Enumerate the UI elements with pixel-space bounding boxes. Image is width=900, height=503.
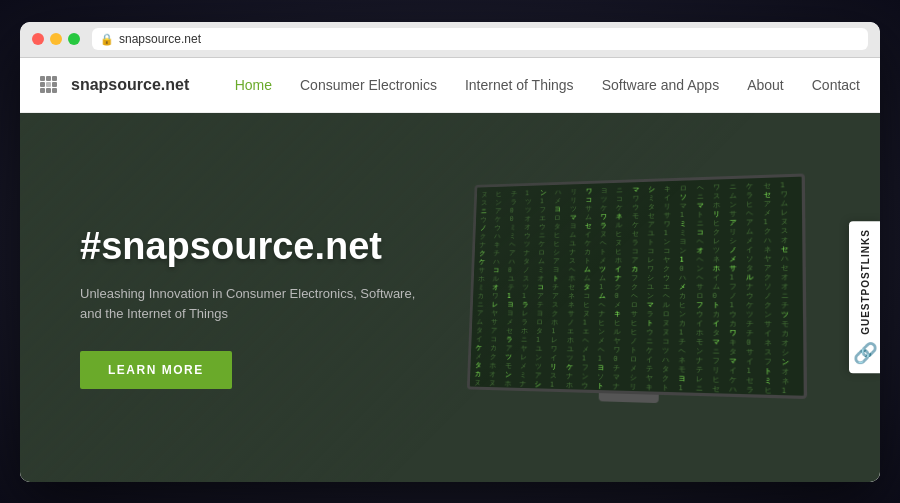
hero-monitor: ヌスニウノクナクケサホミカニアムタイケメタカヌヘノカシヨソユヒンアケウハキチハコ…	[466, 174, 807, 426]
guestpost-label: GUESTPOSTLINKS	[860, 229, 871, 335]
close-button[interactable]	[32, 33, 44, 45]
navigation: snapsource.net Home Consumer Electronics…	[20, 58, 880, 113]
nav-item-software[interactable]: Software and Apps	[602, 77, 720, 93]
hero-section: ヌスニウノクナクケサホミカニアムタイケメタカヌヘノカシヨソユヒンアケウハキチハコ…	[20, 113, 880, 482]
learn-more-button[interactable]: LEARN MORE	[80, 351, 232, 389]
guestpost-link-icon: 🔗	[853, 341, 878, 365]
hero-subtitle: Unleashing Innovation in Consumer Electr…	[80, 284, 420, 323]
hero-title: #snapsource.net	[80, 225, 420, 268]
site-logo[interactable]: snapsource.net	[40, 76, 189, 94]
logo-text: snapsource.net	[71, 76, 189, 94]
nav-item-iot[interactable]: Internet of Things	[465, 77, 574, 93]
minimize-button[interactable]	[50, 33, 62, 45]
matrix-rain: ヌスニウノクナクケサホミカニアムタイケメタカヌヘノカシヨソユヒンアケウハキチハコ…	[470, 177, 804, 396]
logo-grid-icon	[40, 76, 57, 93]
nav-menu: Home Consumer Electronics Internet of Th…	[235, 77, 860, 93]
monitor-base	[599, 393, 659, 403]
nav-item-about[interactable]: About	[747, 77, 784, 93]
maximize-button[interactable]	[68, 33, 80, 45]
hero-content: #snapsource.net Unleashing Innovation in…	[20, 205, 420, 389]
address-text: snapsource.net	[119, 32, 201, 46]
guestpost-sidebar[interactable]: GUESTPOSTLINKS 🔗	[849, 221, 880, 373]
nav-item-consumer[interactable]: Consumer Electronics	[300, 77, 437, 93]
address-bar[interactable]: 🔒 snapsource.net	[92, 28, 868, 50]
lock-icon: 🔒	[100, 33, 114, 46]
browser-chrome: 🔒 snapsource.net	[20, 22, 880, 58]
nav-item-home[interactable]: Home	[235, 77, 272, 93]
monitor-screen: ヌスニウノクナクケサホミカニアムタイケメタカヌヘノカシヨソユヒンアケウハキチハコ…	[467, 174, 807, 400]
traffic-lights	[32, 33, 80, 45]
nav-item-contact[interactable]: Contact	[812, 77, 860, 93]
website-content: snapsource.net Home Consumer Electronics…	[20, 58, 880, 482]
browser-window: 🔒 snapsource.net snapsource.net Home Con…	[20, 22, 880, 482]
